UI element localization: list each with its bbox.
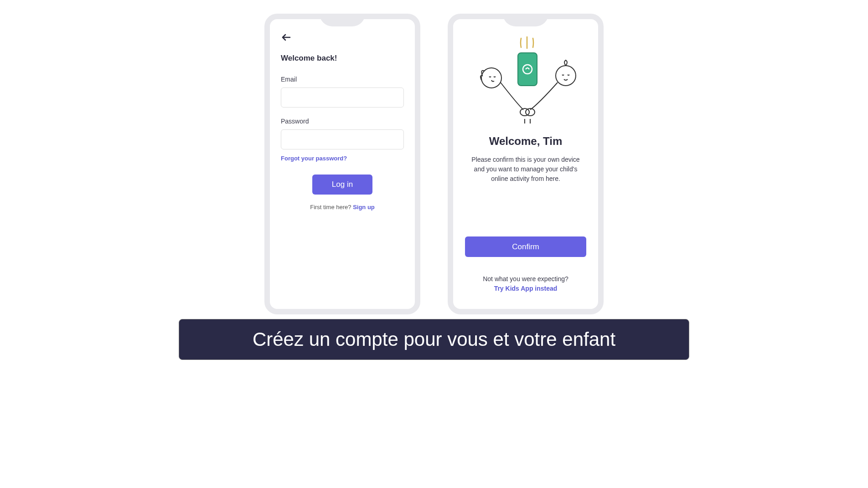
signup-link[interactable]: Sign up [353,204,375,211]
footer-section: Not what you were expecting? Try Kids Ap… [483,275,568,293]
signup-line: First time here? Sign up [281,204,404,211]
email-label: Email [281,76,404,83]
phone-notch [320,14,365,26]
forgot-password-link[interactable]: Forgot your password? [281,155,404,162]
welcome-heading: Welcome, Tim [489,135,563,148]
caption-bar: Créez un compte pour vous et votre enfan… [179,319,689,360]
phones-row: Welcome back! Email Password Forgot your… [0,0,868,314]
phone-welcome: Welcome, Tim Please confirm this is your… [448,14,604,314]
confirm-button[interactable]: Confirm [465,236,586,257]
password-field[interactable] [281,129,404,149]
try-kids-link[interactable]: Try Kids App instead [494,285,558,292]
svg-point-4 [556,66,576,86]
welcome-body: Please confirm this is your own device a… [462,155,589,184]
not-expecting-text: Not what you were expecting? [483,275,568,283]
welcome-illustration [466,35,585,126]
phone-notch [503,14,548,26]
login-button[interactable]: Log in [312,175,372,195]
phone-login: Welcome back! Email Password Forgot your… [264,14,420,314]
svg-point-5 [520,108,529,116]
first-time-text: First time here? [310,204,353,211]
caption-text: Créez un compte pour vous et votre enfan… [253,329,615,350]
svg-rect-1 [518,53,537,86]
back-arrow-icon[interactable] [281,32,292,43]
password-label: Password [281,118,404,125]
email-field[interactable] [281,87,404,108]
login-title: Welcome back! [281,54,404,63]
